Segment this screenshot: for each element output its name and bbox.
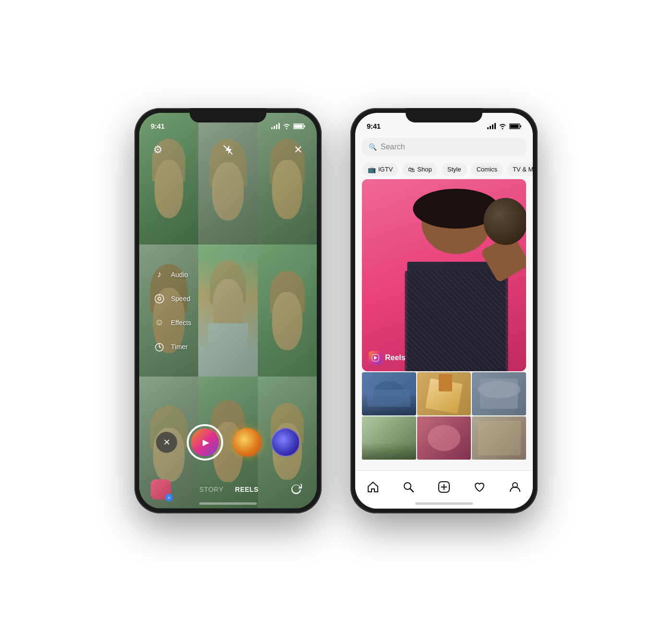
- thumb-6[interactable]: [472, 416, 526, 460]
- shop-icon: 🛍: [408, 166, 415, 173]
- effects-label: Effects: [171, 319, 192, 327]
- signal-icon-right: [487, 123, 496, 129]
- face-cell-center: [198, 244, 257, 377]
- home-indicator-right: [415, 502, 473, 505]
- search-bar[interactable]: 🔍 Search: [362, 138, 526, 156]
- timer-icon: [153, 340, 166, 353]
- face-cell-6: [258, 244, 317, 377]
- sparkle-filter[interactable]: [233, 428, 262, 457]
- right-screen: 9:41 🔍 Search: [355, 113, 533, 509]
- add-nav-button[interactable]: [433, 476, 455, 498]
- person-figure: [395, 189, 518, 371]
- igtv-label: IGTV: [378, 166, 393, 173]
- wifi-icon: [283, 123, 290, 129]
- left-phone: 9:41 ⚙: [134, 108, 322, 513]
- wifi-icon-right: [499, 123, 506, 129]
- gallery-thumb[interactable]: [151, 479, 171, 499]
- effects-menu-item[interactable]: ☺ Effects: [153, 316, 192, 329]
- home-nav-button[interactable]: [362, 476, 384, 498]
- close-button[interactable]: ✕: [289, 141, 307, 159]
- reels-tab[interactable]: REELS: [235, 486, 259, 493]
- svg-point-4: [158, 297, 161, 300]
- speed-label: Speed: [171, 295, 190, 303]
- style-label: Style: [447, 166, 461, 173]
- capture-inner: [191, 428, 219, 456]
- right-phone: 9:41 🔍 Search: [350, 108, 538, 513]
- comics-label: Comics: [477, 166, 497, 173]
- category-row: 📺 IGTV 🛍 Shop Style Comics TV & Movie: [355, 160, 533, 179]
- timer-label: Timer: [171, 343, 188, 351]
- thumb-5[interactable]: [417, 416, 471, 460]
- igtv-pill[interactable]: 📺 IGTV: [362, 163, 398, 176]
- svg-rect-11: [510, 124, 519, 128]
- time-right: 9:41: [367, 122, 381, 130]
- reels-badge: Reels: [369, 351, 406, 365]
- speed-icon: [153, 292, 166, 305]
- tv-movie-pill[interactable]: TV & Movie: [507, 163, 533, 176]
- settings-button[interactable]: ⚙: [149, 141, 167, 159]
- camera-top-controls: ⚙ ✕: [139, 136, 317, 164]
- battery-icon: [293, 123, 305, 129]
- flip-camera-button[interactable]: [287, 480, 305, 499]
- shop-label: Shop: [417, 166, 432, 173]
- thumb-1[interactable]: [362, 372, 416, 415]
- story-tab[interactable]: STORY: [199, 486, 223, 493]
- heart-nav-button[interactable]: [469, 476, 490, 498]
- left-screen: 9:41 ⚙: [139, 113, 317, 509]
- camera-menu: ♪ Audio Speed ☺ Effects: [153, 268, 192, 353]
- status-icons-right: [487, 123, 521, 129]
- tv-movie-label: TV & Movie: [513, 166, 533, 173]
- reels-badge-label: Reels: [385, 353, 406, 362]
- audio-icon: ♪: [153, 268, 166, 281]
- profile-nav-button[interactable]: [504, 476, 526, 498]
- status-icons-left: [271, 123, 305, 129]
- search-nav-button[interactable]: [398, 476, 419, 498]
- home-indicator-left: [199, 502, 257, 505]
- capture-button[interactable]: [187, 424, 223, 461]
- status-bar-left: 9:41: [139, 113, 317, 134]
- igtv-icon: 📺: [368, 166, 376, 173]
- search-placeholder: Search: [381, 143, 405, 151]
- filter-row: ✕: [139, 424, 317, 461]
- svg-rect-1: [294, 124, 303, 128]
- flash-button[interactable]: [219, 141, 237, 159]
- camera-bottom-controls: ✕: [139, 424, 317, 470]
- battery-icon-right: [509, 123, 521, 129]
- thumb-3[interactable]: [472, 372, 526, 415]
- svg-line-14: [410, 489, 414, 492]
- shop-pill[interactable]: 🛍 Shop: [402, 163, 437, 176]
- thumb-2[interactable]: [417, 372, 471, 415]
- reels-badge-icon: [369, 351, 382, 365]
- timer-menu-item[interactable]: Timer: [153, 340, 192, 353]
- search-icon: 🔍: [369, 143, 377, 151]
- effects-icon: ☺: [153, 316, 166, 329]
- featured-reels-image[interactable]: Reels: [362, 179, 526, 371]
- thumb-4[interactable]: [362, 416, 416, 460]
- tab-options: STORY REELS: [199, 486, 258, 493]
- blue-filter[interactable]: [271, 428, 300, 457]
- speed-menu-item[interactable]: Speed: [153, 292, 192, 305]
- audio-label: Audio: [171, 271, 188, 279]
- cancel-filter-button[interactable]: ✕: [156, 432, 177, 453]
- audio-menu-item[interactable]: ♪ Audio: [153, 268, 192, 281]
- status-bar-right: 9:41: [355, 113, 533, 134]
- signal-icon: [271, 123, 280, 129]
- comics-pill[interactable]: Comics: [471, 163, 503, 176]
- thumbnail-grid: [362, 372, 526, 460]
- time-left: 9:41: [151, 122, 165, 130]
- style-pill[interactable]: Style: [442, 163, 467, 176]
